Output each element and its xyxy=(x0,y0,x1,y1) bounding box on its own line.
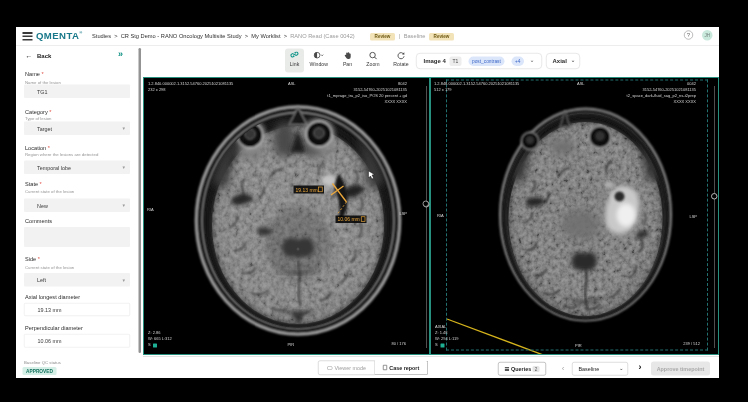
svg-text:10.06 mm: 10.06 mm xyxy=(338,216,360,222)
svg-text:19.13 mm: 19.13 mm xyxy=(296,187,318,193)
